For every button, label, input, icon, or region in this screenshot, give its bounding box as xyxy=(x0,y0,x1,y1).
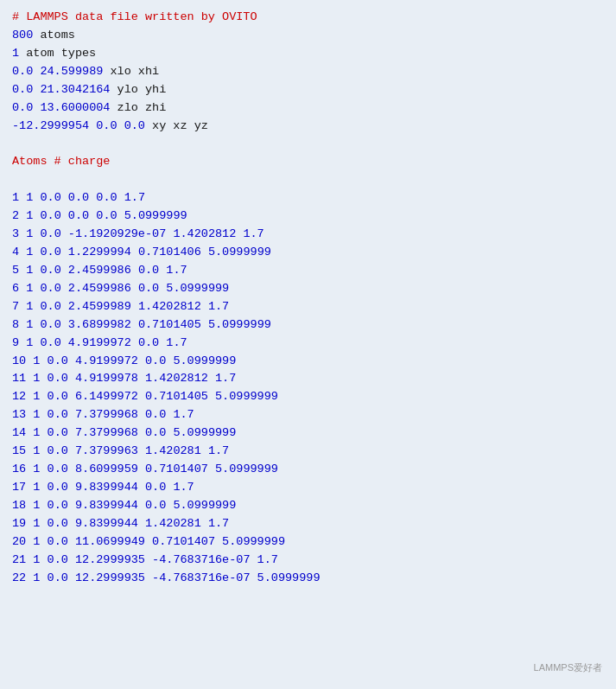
xlo-xhi-line: 0.0 24.599989 xlo xhi xyxy=(12,63,604,81)
atom-data-line: 10 1 0.0 4.9199972 0.0 5.0999999 xyxy=(12,353,604,371)
atom-data-line: 7 1 0.0 2.4599989 1.4202812 1.7 xyxy=(12,298,604,316)
atom-data-line: 13 1 0.0 7.3799968 0.0 1.7 xyxy=(12,406,604,424)
tilt-line: -12.2999954 0.0 0.0 xy xz yz xyxy=(12,118,604,136)
atom-data-line: 8 1 0.0 3.6899982 0.7101405 5.0999999 xyxy=(12,316,604,335)
yhi-val: 21.3042164 xyxy=(40,81,110,99)
atom-data-line: 14 1 0.0 7.3799968 0.0 5.0999999 xyxy=(12,424,604,443)
blank-line-2 xyxy=(12,171,604,189)
tilt-val1: -12.2999954 xyxy=(12,118,89,136)
atom-lines-container: 1 1 0.0 0.0 0.0 1.72 1 0.0 0.0 0.0 5.099… xyxy=(12,189,604,587)
watermark: LAMMPS爱好者 xyxy=(534,660,602,675)
zlo-zhi-line: 0.0 13.6000004 zlo zhi xyxy=(12,99,604,118)
atom-data-line: 19 1 0.0 9.8399944 1.420281 1.7 xyxy=(12,515,604,533)
atoms-count: 800 xyxy=(12,27,33,45)
section-label-line: Atoms # charge xyxy=(12,153,604,171)
atom-data-line: 9 1 0.0 4.9199972 0.0 1.7 xyxy=(12,335,604,353)
atom-data-line: 20 1 0.0 11.0699949 0.7101407 5.0999999 xyxy=(12,533,604,552)
comment-line: # LAMMPS data file written by OVITO xyxy=(12,9,604,27)
xhi-val: 24.599989 xyxy=(40,63,103,81)
atom-data-line: 4 1 0.0 1.2299994 0.7101406 5.0999999 xyxy=(12,244,604,262)
zhi-val: 13.6000004 xyxy=(40,99,110,118)
atom-data-line: 11 1 0.0 4.9199978 1.4202812 1.7 xyxy=(12,370,604,388)
atom-data-line: 3 1 0.0 -1.1920929e-07 1.4202812 1.7 xyxy=(12,226,604,244)
atom-data-line: 1 1 0.0 0.0 0.0 1.7 xyxy=(12,189,604,207)
comment-text: # LAMMPS data file written by OVITO xyxy=(12,9,257,27)
atoms-count-line: 800 atoms xyxy=(12,27,604,45)
xlo-val: 0.0 xyxy=(12,63,33,81)
section-label: Atoms # charge xyxy=(12,153,110,171)
atom-data-line: 17 1 0.0 9.8399944 0.0 1.7 xyxy=(12,479,604,497)
ylo-yhi-line: 0.0 21.3042164 ylo yhi xyxy=(12,81,604,99)
atom-data-line: 6 1 0.0 2.4599986 0.0 5.0999999 xyxy=(12,280,604,298)
atom-data-line: 2 1 0.0 0.0 0.0 5.0999999 xyxy=(12,207,604,226)
atom-data-line: 22 1 0.0 12.2999935 -4.7683716e-07 5.099… xyxy=(12,570,604,588)
atom-data-line: 16 1 0.0 8.6099959 0.7101407 5.0999999 xyxy=(12,461,604,479)
tilt-val3: 0.0 xyxy=(124,118,145,136)
atom-data-line: 18 1 0.0 9.8399944 0.0 5.0999999 xyxy=(12,497,604,515)
ylo-val: 0.0 xyxy=(12,81,33,99)
atom-data-line: 5 1 0.0 2.4599986 0.0 1.7 xyxy=(12,262,604,280)
atom-types-line: 1 atom types xyxy=(12,45,604,63)
atom-data-line: 21 1 0.0 12.2999935 -4.7683716e-07 1.7 xyxy=(12,552,604,570)
code-area: # LAMMPS data file written by OVITO 800 … xyxy=(0,0,616,605)
tilt-val2: 0.0 xyxy=(96,118,117,136)
blank-line-1 xyxy=(12,135,604,153)
atom-data-line: 12 1 0.0 6.1499972 0.7101405 5.0999999 xyxy=(12,388,604,406)
atom-data-line: 15 1 0.0 7.3799963 1.420281 1.7 xyxy=(12,443,604,461)
atom-types-number: 1 xyxy=(12,45,19,63)
zlo-val: 0.0 xyxy=(12,99,33,118)
